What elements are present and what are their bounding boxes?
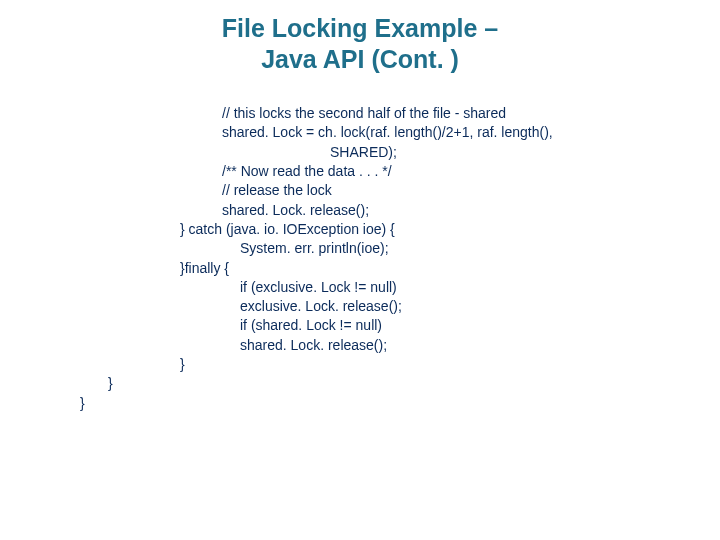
code-line: } <box>80 355 660 374</box>
code-line: // release the lock <box>80 181 660 200</box>
code-line: shared. Lock. release(); <box>80 201 660 220</box>
code-line: SHARED); <box>80 143 660 162</box>
slide-title: File Locking Example – Java API (Cont. ) <box>0 14 720 74</box>
code-line: /** Now read the data . . . */ <box>80 162 660 181</box>
code-line: shared. Lock. release(); <box>80 336 660 355</box>
code-line: }finally { <box>80 259 660 278</box>
code-line: } <box>80 374 660 393</box>
title-line-2: Java API (Cont. ) <box>0 45 720 74</box>
code-block: // this locks the second half of the fil… <box>80 104 660 413</box>
slide: File Locking Example – Java API (Cont. )… <box>0 0 720 540</box>
code-line: shared. Lock = ch. lock(raf. length()/2+… <box>80 123 660 142</box>
code-line: } catch (java. io. IOException ioe) { <box>80 220 660 239</box>
code-line: if (shared. Lock != null) <box>80 316 660 335</box>
code-line: // this locks the second half of the fil… <box>80 104 660 123</box>
code-line: if (exclusive. Lock != null) <box>80 278 660 297</box>
code-line: System. err. println(ioe); <box>80 239 660 258</box>
code-line: exclusive. Lock. release(); <box>80 297 660 316</box>
code-line: } <box>80 394 660 413</box>
title-line-1: File Locking Example – <box>0 14 720 43</box>
